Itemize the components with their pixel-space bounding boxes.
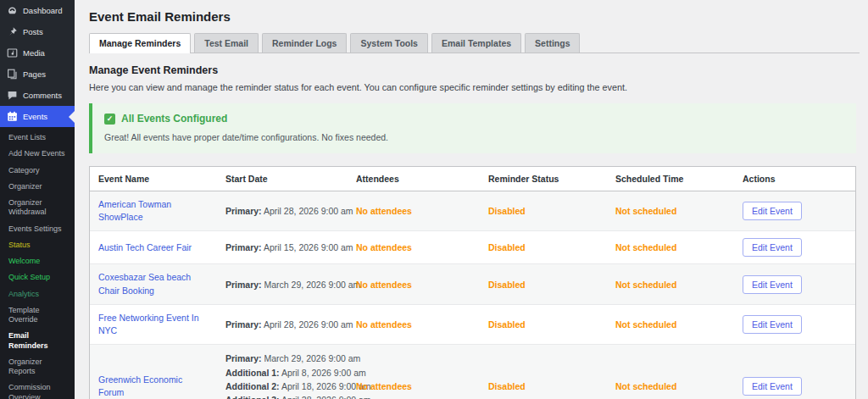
submenu-item-label: Category — [8, 166, 40, 175]
sidebar-item-events[interactable]: Events — [0, 106, 75, 127]
attendees-cell: No attendees — [348, 191, 480, 231]
page-title: Event Email Reminders — [89, 0, 856, 24]
success-notice: ✓ All Events Configured Great! All event… — [89, 103, 856, 153]
sidebar-item-dashboard[interactable]: Dashboard — [0, 0, 75, 21]
submenu-item-label: Event Lists — [8, 133, 46, 141]
scheduled-time-value: Not scheduled — [615, 242, 676, 252]
table-row: Austin Tech Career FairPrimary: April 15… — [90, 231, 855, 264]
submenu-item-events-settings[interactable]: Events Settings — [0, 221, 75, 237]
date-label: Primary: — [225, 280, 262, 290]
column-header-attendees: Attendees — [348, 167, 480, 191]
column-header-event-name: Event Name — [90, 167, 217, 191]
date-label: Primary: — [225, 353, 262, 363]
event-name-link[interactable]: Austin Tech Career Fair — [98, 241, 192, 254]
actions-cell: Edit Event — [734, 304, 855, 344]
notice-title: All Events Configured — [121, 113, 227, 125]
sidebar-top-menu: DashboardPostsMediaPagesCommentsEvents — [0, 0, 75, 127]
submenu-item-label: Status — [8, 241, 31, 249]
edit-event-button[interactable]: Edit Event — [743, 202, 802, 220]
submenu-item-label: Welcome — [8, 257, 40, 265]
column-header-scheduled-time: Scheduled Time — [607, 167, 734, 191]
submenu-item-label: Commission Overview — [8, 383, 51, 399]
column-header-reminder-status: Reminder Status — [480, 167, 607, 191]
date-label: Additional 1: — [225, 368, 280, 378]
submenu-item-organizer[interactable]: Organizer — [0, 179, 75, 195]
tab-system-tools[interactable]: System Tools — [350, 33, 428, 53]
date-line: Primary: April 28, 2026 9:00 am — [225, 204, 339, 218]
tab-email-templates[interactable]: Email Templates — [431, 33, 521, 53]
event-name-link[interactable]: Free Networking Event In NYC — [98, 312, 209, 337]
reminder-status-cell: Disabled — [480, 191, 607, 231]
submenu-item-organizer-reports[interactable]: Organizer Reports — [0, 354, 75, 380]
event-name-link[interactable]: American Towman ShowPlace — [98, 198, 209, 224]
sidebar-item-label: Pages — [23, 69, 46, 79]
attendees-cell: No attendees — [348, 231, 480, 264]
reminder-status-value: Disabled — [488, 280, 526, 290]
submenu-item-template-override[interactable]: Template Override — [0, 302, 75, 329]
edit-event-button[interactable]: Edit Event — [743, 315, 802, 334]
edit-event-button[interactable]: Edit Event — [743, 275, 802, 294]
table-row: Free Networking Event In NYCPrimary: Apr… — [90, 304, 855, 344]
date-label: Primary: — [225, 206, 262, 216]
submenu-item-label: Quick Setup — [8, 273, 50, 281]
scheduled-time-cell: Not scheduled — [607, 191, 734, 231]
sidebar-item-pages[interactable]: Pages — [0, 64, 75, 85]
event-name-link[interactable]: Greenwich Economic Forum — [98, 374, 209, 399]
submenu-item-event-lists[interactable]: Event Lists — [0, 130, 75, 146]
submenu-item-label: Organizer — [8, 182, 42, 191]
reminder-status-value: Disabled — [488, 381, 526, 391]
column-header-start-date: Start Date — [217, 167, 348, 191]
scheduled-time-cell: Not scheduled — [607, 231, 734, 264]
tab-reminder-logs[interactable]: Reminder Logs — [262, 33, 347, 53]
event-name-cell: Austin Tech Career Fair — [90, 231, 217, 264]
attendees-value: No attendees — [356, 206, 412, 216]
event-name-link[interactable]: Coxesbazar Sea beach Chair Booking — [98, 271, 209, 296]
table-header-row: Event NameStart DateAttendeesReminder St… — [90, 167, 855, 191]
submenu-item-commission-overview[interactable]: Commission Overview — [0, 380, 75, 399]
media-icon — [7, 47, 18, 58]
comments-icon — [7, 90, 18, 101]
scheduled-time-value: Not scheduled — [615, 206, 676, 216]
tab-settings[interactable]: Settings — [525, 33, 580, 53]
reminder-status-value: Disabled — [488, 319, 526, 330]
sidebar-item-label: Posts — [23, 27, 43, 36]
submenu-item-label: Organizer Reports — [8, 357, 42, 375]
submenu-item-welcome[interactable]: Welcome — [0, 253, 75, 269]
submenu-item-email-reminders[interactable]: Email Reminders — [0, 328, 75, 354]
date-label: Primary: — [225, 319, 262, 330]
section-heading: Manage Event Reminders — [89, 64, 856, 76]
date-line: Primary: April 15, 2026 9:00 am — [225, 241, 339, 254]
submenu-item-status[interactable]: Status — [0, 237, 75, 253]
tab-bar: Manage RemindersTest EmailReminder LogsS… — [89, 33, 860, 53]
date-label: Additional 3: — [225, 395, 280, 399]
submenu-item-organizer-withdrawal[interactable]: Organizer Withdrawal — [0, 195, 75, 221]
submenu-item-add-new-events[interactable]: Add New Events — [0, 146, 75, 162]
sidebar-item-comments[interactable]: Comments — [0, 85, 75, 106]
tab-test-email[interactable]: Test Email — [194, 33, 259, 53]
main-content: Event Email Reminders Manage RemindersTe… — [75, 0, 868, 399]
attendees-value: No attendees — [356, 242, 412, 252]
actions-cell: Edit Event — [734, 231, 855, 264]
edit-event-button[interactable]: Edit Event — [743, 238, 802, 257]
tab-manage-reminders[interactable]: Manage Reminders — [89, 33, 191, 53]
sidebar-item-media[interactable]: Media — [0, 42, 75, 64]
notice-title-row: ✓ All Events Configured — [104, 113, 844, 125]
scheduled-time-cell: Not scheduled — [607, 264, 734, 304]
date-line: Additional 2: April 18, 2026 9:00 am — [225, 380, 339, 393]
start-date-cell: Primary: March 29, 2026 9:00 amAdditiona… — [217, 345, 348, 399]
actions-cell: Edit Event — [734, 191, 855, 231]
submenu-item-category[interactable]: Category — [0, 163, 75, 179]
attendees-cell: No attendees — [348, 345, 480, 399]
submenu-item-analytics[interactable]: Analytics — [0, 286, 75, 302]
submenu-item-label: Analytics — [8, 290, 39, 298]
table-row: Coxesbazar Sea beach Chair BookingPrimar… — [90, 264, 855, 304]
scheduled-time-value: Not scheduled — [615, 319, 676, 330]
submenu-item-quick-setup[interactable]: Quick Setup — [0, 269, 75, 285]
submenu-item-label: Add New Events — [8, 149, 65, 158]
submenu-item-label: Organizer Withdrawal — [8, 198, 47, 216]
sidebar-item-label: Media — [23, 48, 45, 58]
date-label: Primary: — [225, 242, 262, 252]
edit-event-button[interactable]: Edit Event — [743, 377, 802, 396]
attendees-cell: No attendees — [348, 264, 480, 304]
sidebar-item-posts[interactable]: Posts — [0, 21, 75, 42]
